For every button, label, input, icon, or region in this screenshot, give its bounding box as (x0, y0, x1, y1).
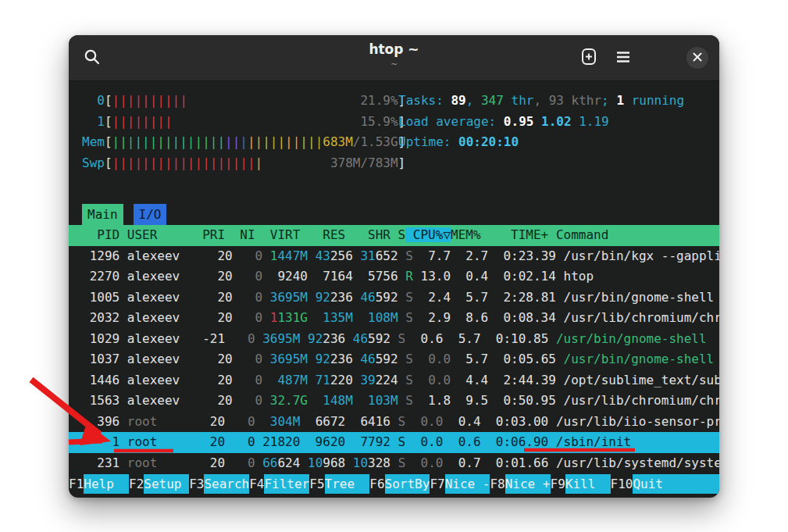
text-segment: CPU%▽ (405, 227, 451, 242)
search-icon (84, 48, 101, 68)
fnkey-F9-label[interactable]: Kill (565, 474, 611, 494)
text-segment: 3695M (262, 352, 308, 366)
text-segment: 231 (82, 455, 127, 470)
process-row-1296[interactable]: 1296 alexeev 20 0 1447M 43256 31652 S 7.… (69, 246, 719, 267)
process-row-1563[interactable]: 1563 alexeev 20 0 32.7G 148M 103M S 1.8 … (69, 391, 719, 412)
text-segment: 0 (225, 331, 255, 346)
function-key-bar: F1HelpF2SetupF3SearchF4FilterF5TreeF6Sor… (69, 474, 719, 494)
text-segment: 13.0 0.4 0:02.14 htop (413, 269, 594, 284)
text-segment: 1005 alexeev 20 (82, 290, 233, 305)
text-segment: 0.0 (413, 373, 451, 387)
text-segment: 396 (82, 414, 127, 429)
text-segment (345, 455, 353, 470)
text-segment: thr (504, 93, 534, 108)
text-segment: 1446 alexeev 20 (82, 373, 233, 387)
text-segment: 0.6 5.7 0:10.85 (405, 331, 548, 346)
plus-square-icon (579, 47, 598, 70)
text-segment: 20 (157, 455, 225, 470)
text-segment: 1.8 9.5 0:50.95 /usr/lib/chromium/chromi (413, 393, 719, 408)
text-segment: 0 (233, 352, 263, 366)
text-segment (300, 455, 308, 470)
text-segment: 66 (262, 455, 277, 470)
terminal-window: htop ~ ~ (69, 35, 719, 498)
text-segment: 148M 103M (308, 393, 398, 408)
tab-io[interactable]: I/O (134, 204, 167, 225)
text-segment: 378M/783M (330, 155, 398, 170)
fnkey-F6-label[interactable]: SortBy (385, 474, 430, 494)
fnkey-F6: F6 (369, 474, 384, 494)
fnkey-F5-label[interactable]: Tree (325, 474, 370, 494)
text-segment: 652 (376, 248, 398, 263)
process-table-header[interactable]: PID USER PRI NI VIRT RES SHR S CPU%▽MEM%… (69, 225, 719, 246)
fnkey-F10-label[interactable]: Quit (633, 474, 719, 494)
text-segment (353, 290, 361, 305)
text-segment: 220 (330, 373, 353, 387)
fnkey-F3: F3 (189, 474, 204, 494)
text-segment: 46 (353, 331, 368, 346)
new-tab-button[interactable] (577, 46, 601, 70)
fnkey-F4-label[interactable]: Filter (264, 474, 309, 494)
text-segment: /usr/bin/gnome-shell (556, 352, 714, 366)
summary-line: Tasks: 89, 347 thr, 93 kthr; 1 running (398, 91, 684, 112)
text-segment: 1029 alexeev -21 (82, 331, 225, 346)
close-button[interactable] (686, 47, 708, 69)
fnkey-F1-label[interactable]: Help (84, 474, 129, 494)
meter-bars: | (240, 134, 248, 149)
fnkey-F3-label[interactable]: Search (204, 474, 249, 494)
text-segment: 92 (316, 352, 330, 366)
summary-line: Uptime: 00:20:10 (398, 132, 684, 153)
fnkey-F8: F8 (490, 474, 505, 494)
text-segment: 0.0 (405, 414, 443, 429)
meter-label: 1 (82, 112, 105, 133)
text-segment: 10 (353, 455, 368, 470)
process-row-1005[interactable]: 1005 alexeev 20 0 3695M 92236 46592 S 2.… (69, 287, 719, 309)
text-segment: , 93 kthr (533, 93, 601, 108)
process-row-396[interactable]: 396 root 20 0 304M 6672 6416 S 0.0 0.4 0… (69, 412, 719, 433)
text-segment: 0 (233, 269, 263, 284)
text-segment: 2270 alexeev 20 (82, 269, 233, 284)
text-segment (353, 373, 361, 387)
meter-bars: || (225, 134, 240, 149)
text-segment: PID USER PRI NI VIRT RES SHR S (82, 227, 405, 242)
close-icon (693, 52, 702, 64)
text-segment: 32.7G (262, 393, 308, 408)
text-segment: root (127, 455, 158, 470)
text-segment: Load average: (398, 114, 504, 129)
text-segment: S (390, 455, 405, 470)
fnkey-F2-label[interactable]: Setup (144, 474, 189, 494)
text-segment: 1037 alexeev 20 (82, 352, 233, 366)
process-row-1446[interactable]: 1446 alexeev 20 0 487M 71220 39224 S 0.0… (69, 370, 719, 391)
text-segment: 89 (451, 93, 465, 108)
menu-button[interactable] (612, 46, 635, 70)
text-segment: 0.0 (413, 352, 451, 366)
text-segment: running (624, 93, 684, 108)
text-segment: 328 (368, 455, 390, 470)
text-segment: 10 (308, 455, 323, 470)
text-segment: 92 (308, 331, 323, 346)
text-segment: 592 (376, 290, 398, 305)
fnkey-F8-label[interactable]: Nice + (505, 474, 551, 494)
system-summary: Tasks: 89, 347 thr, 93 kthr; 1 runningLo… (398, 91, 684, 153)
text-segment: , (466, 93, 481, 108)
text-segment: 0.7 0:01.66 /usr/lib/systemd/systemd (443, 455, 719, 470)
process-row-1037[interactable]: 1037 alexeev 20 0 3695M 92236 46592 S 0.… (69, 349, 719, 370)
process-row-2270[interactable]: 2270 alexeev 20 0 9240 7164 5756 R 13.0 … (69, 266, 719, 287)
text-segment (353, 248, 361, 263)
fnkey-F7-label[interactable]: Nice - (445, 474, 490, 494)
text-segment: 0 (233, 290, 263, 305)
process-row-1[interactable]: 1 root 20 0 21820 9620 7792 S 0.0 0.6 0:… (69, 432, 719, 453)
tab-main[interactable]: Main (82, 204, 123, 225)
text-segment: 0.0 (405, 455, 443, 470)
text-segment: Tasks: (398, 93, 451, 108)
text-segment: 5.7 0:05.65 (451, 352, 556, 366)
text-segment: /usr/bin/gnome-shell (548, 331, 706, 346)
process-row-2032[interactable]: 2032 alexeev 20 0 1131G 135M 108M S 2.9 … (69, 308, 719, 329)
meter-bars: |||||||||| (248, 134, 323, 149)
text-segment: 131G (277, 310, 308, 325)
text-segment: S (398, 290, 413, 305)
process-row-1029[interactable]: 1029 alexeev -21 0 3695M 92236 46592 S 0… (69, 329, 719, 350)
text-segment: 2.9 8.6 0:08.34 /usr/lib/chromium/chromi (413, 310, 719, 325)
search-button[interactable] (81, 47, 103, 69)
titlebar[interactable]: htop ~ ~ (69, 35, 719, 81)
process-row-231[interactable]: 231 root 20 0 66624 10968 10328 S 0.0 0.… (69, 453, 719, 474)
